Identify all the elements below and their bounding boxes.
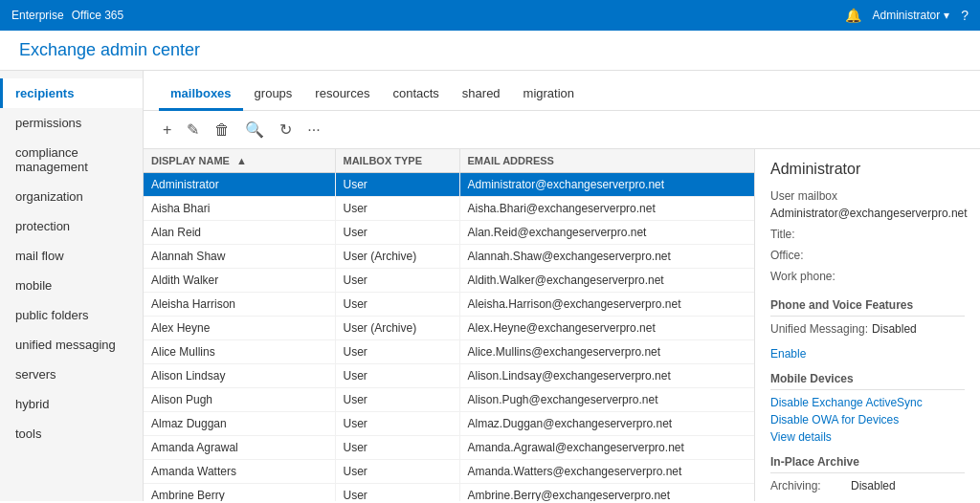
cell-email: Aldith.Walker@exchangeserverpro.net xyxy=(459,269,754,293)
table-container: DISPLAY NAME ▲ MAILBOX TYPE EMAIL ADDRES… xyxy=(144,149,980,501)
table-row[interactable]: Almaz DugganUserAlmaz.Duggan@exchangeser… xyxy=(144,412,754,436)
tabs: mailboxesgroupsresourcescontactssharedmi… xyxy=(144,78,980,111)
table-row[interactable]: Amanda AgrawalUserAmanda.Agrawal@exchang… xyxy=(144,436,754,460)
unified-messaging-row: Unified Messaging: Disabled xyxy=(770,322,965,343)
office365-link[interactable]: Office 365 xyxy=(72,9,123,22)
sidebar-item-public-folders[interactable]: public folders xyxy=(0,300,143,330)
mailbox-table: DISPLAY NAME ▲ MAILBOX TYPE EMAIL ADDRES… xyxy=(144,149,754,501)
sidebar-item-organization[interactable]: organization xyxy=(0,182,143,211)
tab-groups[interactable]: groups xyxy=(243,78,304,111)
cell-email: Aisha.Bhari@exchangeserverpro.net xyxy=(459,197,754,221)
cell-email: Alan.Reid@exchangeserverpro.net xyxy=(459,221,754,245)
cell-email: Amanda.Watters@exchangeserverpro.net xyxy=(459,460,754,484)
enable-um-link[interactable]: Enable xyxy=(770,347,965,361)
table-row[interactable]: Alannah ShawUser (Archive)Alannah.Shaw@e… xyxy=(144,245,754,269)
main-layout: recipientspermissionscompliance manageme… xyxy=(0,71,980,501)
cell-email: Alannah.Shaw@exchangeserverpro.net xyxy=(459,245,754,269)
unified-messaging-value: Disabled xyxy=(872,322,917,336)
cell-name: Administrator xyxy=(144,173,335,197)
tab-resources[interactable]: resources xyxy=(303,78,381,111)
cell-type: User xyxy=(335,293,459,317)
table-row[interactable]: Aleisha HarrisonUserAleisha.Harrison@exc… xyxy=(144,293,754,317)
cell-type: User xyxy=(335,221,459,245)
table-row[interactable]: Aisha BhariUserAisha.Bhari@exchangeserve… xyxy=(144,197,754,221)
detail-type: User mailbox xyxy=(770,189,965,203)
table-row[interactable]: Alice MullinsUserAlice.Mullins@exchanges… xyxy=(144,340,754,364)
tab-contacts[interactable]: contacts xyxy=(381,78,450,111)
detail-workphone-row: Work phone: xyxy=(770,270,965,287)
disable-owa-link[interactable]: Disable OWA for Devices xyxy=(770,413,965,426)
table-row[interactable]: Alison PughUserAlison.Pugh@exchangeserve… xyxy=(144,388,754,412)
detail-title-row: Title: xyxy=(770,228,965,245)
tab-shared[interactable]: shared xyxy=(451,78,512,111)
disable-activesync-link[interactable]: Disable Exchange ActiveSync xyxy=(770,396,965,409)
sidebar: recipientspermissionscompliance manageme… xyxy=(0,71,144,501)
cell-name: Ambrine Berry xyxy=(144,484,335,502)
table-row[interactable]: Ambrine BerryUserAmbrine.Berry@exchanges… xyxy=(144,484,754,502)
more-button[interactable]: ··· xyxy=(303,120,323,141)
mobile-devices-section: Mobile Devices xyxy=(770,372,965,390)
edit-button[interactable]: ✎ xyxy=(183,119,203,141)
cell-email: Almaz.Duggan@exchangeserverpro.net xyxy=(459,412,754,436)
cell-type: User xyxy=(335,412,459,436)
table-row[interactable]: Amanda WattersUserAmanda.Watters@exchang… xyxy=(144,460,754,484)
col-header-display-name[interactable]: DISPLAY NAME ▲ xyxy=(144,149,335,173)
cell-name: Amanda Watters xyxy=(144,460,335,484)
sidebar-item-recipients[interactable]: recipients xyxy=(0,78,143,108)
sidebar-item-mobile[interactable]: mobile xyxy=(0,271,143,300)
cell-type: User xyxy=(335,269,459,293)
detail-office-label: Office: xyxy=(770,249,847,262)
table-header: DISPLAY NAME ▲ MAILBOX TYPE EMAIL ADDRES… xyxy=(144,149,754,173)
cell-email: Administrator@exchangeserverpro.net xyxy=(459,173,754,197)
cell-email: Alison.Lindsay@exchangeserverpro.net xyxy=(459,364,754,388)
cell-email: Amanda.Agrawal@exchangeserverpro.net xyxy=(459,436,754,460)
table-row[interactable]: AdministratorUserAdministrator@exchanges… xyxy=(144,173,754,197)
cell-type: User xyxy=(335,388,459,412)
col-header-email[interactable]: EMAIL ADDRESS xyxy=(459,149,754,173)
archiving-row: Archiving: Disabled xyxy=(770,479,965,500)
cell-name: Alison Lindsay xyxy=(144,364,335,388)
delete-button[interactable]: 🗑 xyxy=(211,120,234,141)
sidebar-item-permissions[interactable]: permissions xyxy=(0,108,143,138)
cell-email: Alison.Pugh@exchangeserverpro.net xyxy=(459,388,754,412)
cell-type: User xyxy=(335,364,459,388)
sidebar-item-protection[interactable]: protection xyxy=(0,211,143,241)
cell-email: Ambrine.Berry@exchangeserverpro.net xyxy=(459,484,754,502)
table-row[interactable]: Alison LindsayUserAlison.Lindsay@exchang… xyxy=(144,364,754,388)
sidebar-item-mail-flow[interactable]: mail flow xyxy=(0,241,143,271)
detail-panel: Administrator User mailbox Administrator… xyxy=(755,149,980,501)
list-panel: DISPLAY NAME ▲ MAILBOX TYPE EMAIL ADDRES… xyxy=(144,149,755,501)
tab-mailboxes[interactable]: mailboxes xyxy=(159,78,243,111)
cell-name: Alice Mullins xyxy=(144,340,335,364)
add-button[interactable]: + xyxy=(159,120,175,141)
user-dropdown-icon: ▾ xyxy=(944,9,949,22)
help-icon[interactable]: ? xyxy=(961,8,969,23)
cell-type: User xyxy=(335,484,459,502)
cell-type: User xyxy=(335,340,459,364)
cell-email: Alex.Heyne@exchangeserverpro.net xyxy=(459,317,754,340)
col-header-mailbox-type[interactable]: MAILBOX TYPE xyxy=(335,149,459,173)
search-button[interactable]: 🔍 xyxy=(241,119,268,141)
table-row[interactable]: Aldith WalkerUserAldith.Walker@exchanges… xyxy=(144,269,754,293)
user-menu[interactable]: Administrator ▾ xyxy=(873,9,950,22)
archiving-label: Archiving: xyxy=(770,479,847,496)
sidebar-item-hybrid[interactable]: hybrid xyxy=(0,389,143,419)
detail-title-label: Title: xyxy=(770,228,847,241)
cell-type: User xyxy=(335,173,459,197)
top-bar-left: Enterprise Office 365 xyxy=(11,9,123,22)
refresh-button[interactable]: ↻ xyxy=(276,119,296,141)
tab-migration[interactable]: migration xyxy=(512,78,586,111)
table-row[interactable]: Alex HeyneUser (Archive)Alex.Heyne@excha… xyxy=(144,317,754,340)
cell-type: User (Archive) xyxy=(335,245,459,269)
sidebar-item-servers[interactable]: servers xyxy=(0,360,143,389)
sidebar-item-unified-messaging[interactable]: unified messaging xyxy=(0,330,143,360)
sidebar-item-compliance[interactable]: compliance management xyxy=(0,138,143,182)
notification-bell-icon[interactable]: 🔔 xyxy=(845,8,861,23)
cell-name: Alex Heyne xyxy=(144,317,335,340)
view-details-link[interactable]: View details xyxy=(770,430,965,444)
enterprise-link[interactable]: Enterprise xyxy=(11,9,64,22)
sidebar-item-tools[interactable]: tools xyxy=(0,419,143,448)
user-label: Administrator xyxy=(873,9,941,22)
table-row[interactable]: Alan ReidUserAlan.Reid@exchangeserverpro… xyxy=(144,221,754,245)
inplace-archive-section: In-Place Archive xyxy=(770,455,965,473)
